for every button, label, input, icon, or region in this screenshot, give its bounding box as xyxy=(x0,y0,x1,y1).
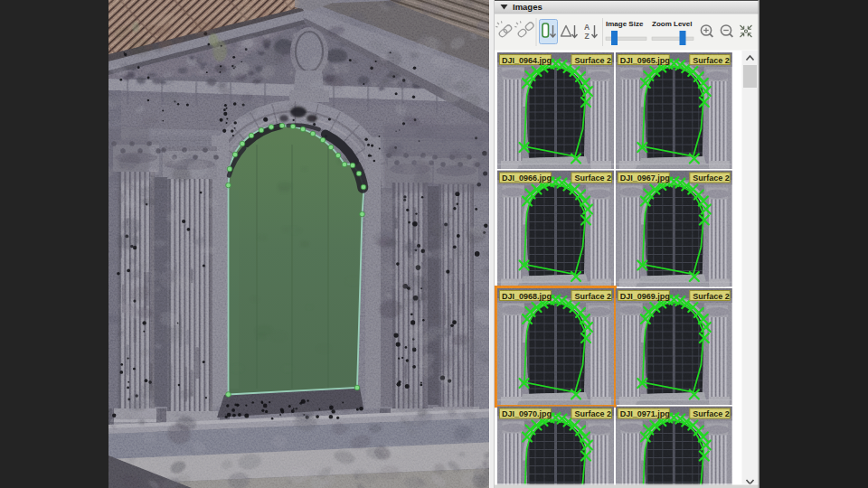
svg-text:A: A xyxy=(584,23,590,32)
svg-text:Zoom Level: Zoom Level xyxy=(652,20,692,28)
svg-text:Z: Z xyxy=(585,32,590,41)
svg-text:Images: Images xyxy=(513,2,542,12)
svg-text:Image Size: Image Size xyxy=(606,20,644,28)
